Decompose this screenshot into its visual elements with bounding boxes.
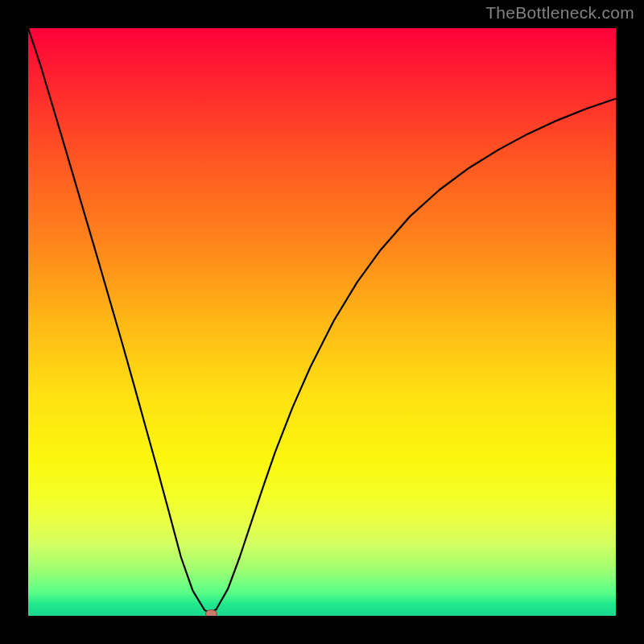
optimum-marker (205, 609, 217, 616)
watermark-text: TheBottleneck.com (485, 3, 634, 23)
chart-frame: TheBottleneck.com (0, 0, 644, 644)
background-gradient (28, 28, 616, 616)
plot-area (28, 28, 616, 616)
